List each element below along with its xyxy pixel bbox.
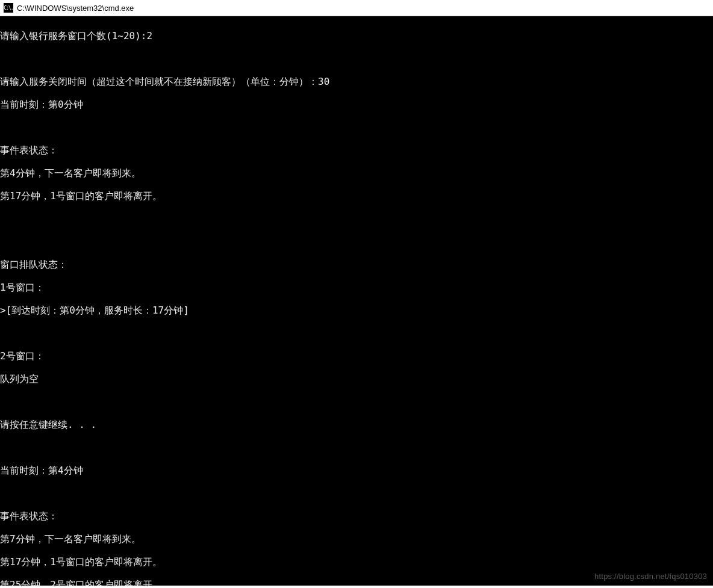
console-line: 事件表状态： <box>0 510 713 522</box>
console-line: 第17分钟，1号窗口的客户即将离开。 <box>0 556 713 568</box>
console-line: 第17分钟，1号窗口的客户即将离开。 <box>0 190 713 202</box>
console-line: 窗口排队状态： <box>0 259 713 270</box>
console-line: 请输入服务关闭时间（超过这个时间就不在接纳新顾客）（单位：分钟）：30 <box>0 76 713 87</box>
console-output[interactable]: 请输入银行服务窗口个数(1~20):2 请输入服务关闭时间（超过这个时间就不在接… <box>0 16 713 586</box>
console-line: 事件表状态： <box>0 144 713 156</box>
console-line: 1号窗口： <box>0 282 713 293</box>
watermark-text: https://blog.csdn.net/fqs010303 <box>594 571 707 582</box>
console-line: >[到达时刻：第0分钟，服务时长：17分钟] <box>0 305 713 316</box>
console-line: 请输入银行服务窗口个数(1~20):2 <box>0 30 713 42</box>
cmd-icon: C:\. <box>4 3 13 13</box>
console-line: 队列为空 <box>0 373 713 385</box>
console-line: 请按任意键继续. . . <box>0 419 713 430</box>
window-titlebar[interactable]: C:\. C:\WINDOWS\system32\cmd.exe <box>0 0 713 16</box>
window-title: C:\WINDOWS\system32\cmd.exe <box>17 4 134 13</box>
console-line <box>0 53 713 64</box>
console-line: 当前时刻：第0分钟 <box>0 99 713 110</box>
console-line <box>0 396 713 407</box>
console-line <box>0 442 713 453</box>
console-line: 当前时刻：第4分钟 <box>0 465 713 476</box>
console-line: 第7分钟，下一名客户即将到来。 <box>0 533 713 545</box>
console-line: 第4分钟，下一名客户即将到来。 <box>0 167 713 179</box>
console-line <box>0 487 713 499</box>
console-line <box>0 213 713 224</box>
console-line: 2号窗口： <box>0 350 713 362</box>
console-line <box>0 236 713 247</box>
console-line <box>0 122 713 133</box>
console-line <box>0 327 713 339</box>
